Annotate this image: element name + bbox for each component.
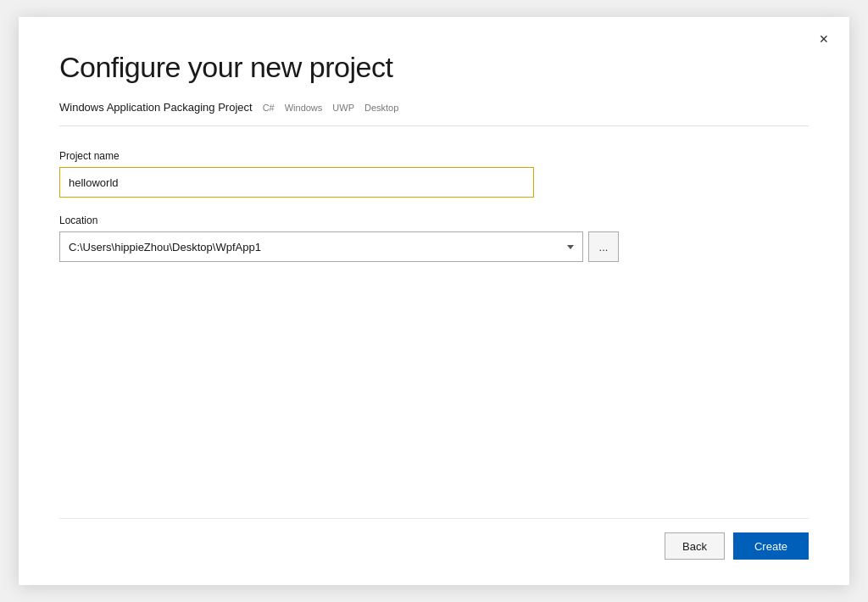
- browse-icon: ...: [599, 241, 609, 254]
- project-name-input[interactable]: [59, 167, 534, 198]
- location-field-group: Location C:\Users\hippieZhou\Desktop\Wpf…: [59, 215, 809, 262]
- back-button[interactable]: Back: [665, 532, 725, 560]
- configure-dialog: ✕ Configure your new project Windows App…: [19, 17, 849, 585]
- project-name-field-group: Project name: [59, 150, 809, 198]
- project-type-row: Windows Application Packaging Project C#…: [59, 101, 809, 126]
- close-icon: ✕: [819, 32, 829, 46]
- create-button[interactable]: Create: [733, 532, 809, 560]
- bottom-row: Back Create: [59, 518, 809, 560]
- tag-uwp: UWP: [332, 103, 354, 113]
- tag-windows: Windows: [285, 103, 323, 113]
- location-select[interactable]: C:\Users\hippieZhou\Desktop\WpfApp1: [59, 231, 583, 262]
- project-type-name: Windows Application Packaging Project: [59, 101, 253, 114]
- spacer: [59, 279, 809, 518]
- location-label: Location: [59, 215, 809, 226]
- dialog-title: Configure your new project: [59, 51, 809, 84]
- location-row: C:\Users\hippieZhou\Desktop\WpfApp1 ...: [59, 231, 619, 262]
- close-button[interactable]: ✕: [812, 27, 836, 51]
- project-name-label: Project name: [59, 150, 809, 162]
- tag-desktop: Desktop: [364, 103, 398, 113]
- tag-csharp: C#: [263, 103, 275, 113]
- browse-button[interactable]: ...: [588, 231, 619, 262]
